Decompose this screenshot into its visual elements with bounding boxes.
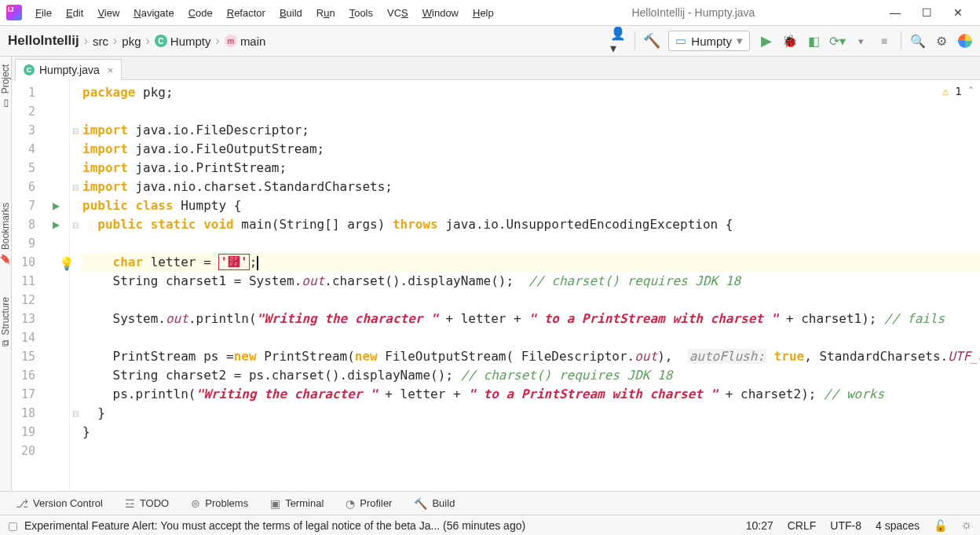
main-menu: File Edit View Navigate Code Refactor Bu…	[30, 5, 499, 21]
inspection-widget[interactable]: ⚠ 1 ˄ ˅	[942, 85, 980, 97]
run-button[interactable]: ▶	[759, 34, 773, 48]
build-tool-button[interactable]: 🔨Build	[414, 497, 455, 510]
prev-highlight-icon[interactable]: ˄	[968, 85, 974, 97]
readonly-icon[interactable]: 🔓	[934, 519, 947, 532]
breadcrumb-class[interactable]: Humpty	[170, 35, 211, 48]
structure-tool-button[interactable]: ⧉Structure	[0, 297, 11, 346]
coverage-button[interactable]: ◧	[806, 34, 821, 48]
caret-position[interactable]: 10:27	[746, 519, 773, 532]
chevron-icon: ›	[216, 34, 220, 48]
attach-button[interactable]: ▾	[854, 34, 868, 48]
jetbrains-toolbox-icon[interactable]	[958, 34, 972, 48]
terminal-tool-button[interactable]: ▣Terminal	[270, 497, 324, 510]
menu-vcs[interactable]: VCS	[382, 5, 414, 21]
run-menu-button[interactable]: ⟳▾	[830, 34, 844, 48]
tab-label: Humpty.java	[39, 64, 100, 76]
divider	[901, 31, 901, 50]
list-icon: ☲	[125, 497, 135, 510]
status-bar: ▢ Experimental Feature Alert: You must a…	[0, 515, 980, 535]
dropdown-icon: ▾	[737, 34, 743, 48]
problems-tool-button[interactable]: ⊜Problems	[191, 497, 248, 510]
class-icon: C	[155, 35, 167, 47]
intention-bulb-icon[interactable]: 💡	[59, 255, 75, 273]
navigation-bar: HelloIntellij › src › pkg › C Humpty › m…	[0, 25, 980, 57]
window-title: HelloIntellij - Humpty.java	[499, 6, 887, 19]
main-area: ▭Project 🔖Bookmarks ⧉Structure C Humpty.…	[0, 57, 980, 491]
project-tool-button[interactable]: ▭Project	[0, 64, 11, 108]
breadcrumb-project[interactable]: HelloIntellij	[8, 33, 79, 49]
close-tab-icon[interactable]: ×	[108, 64, 114, 76]
breadcrumb-src[interactable]: src	[93, 35, 108, 48]
menu-navigate[interactable]: Navigate	[128, 5, 179, 21]
fold-gutter: ⊟⊟⊟⊟	[70, 80, 81, 491]
editor-area: C Humpty.java × ⋮ 1234567891011121314151…	[12, 57, 980, 491]
run-config-name: Humpty	[691, 35, 732, 48]
bookmarks-tool-button[interactable]: 🔖Bookmarks	[0, 203, 11, 266]
bottom-tool-bar: ⎇Version Control ☲TODO ⊜Problems ▣Termin…	[0, 491, 980, 515]
toolbar: 👤▾ 🔨 ▭ Humpty ▾ ▶ 🐞 ◧ ⟳▾ ▾ ■ 🔍 ⚙	[611, 31, 972, 51]
search-button[interactable]: 🔍	[911, 34, 925, 48]
alert-icon: ⊜	[191, 497, 200, 510]
build-button[interactable]: 🔨	[645, 34, 659, 48]
method-icon: m	[225, 35, 237, 47]
divider	[634, 31, 635, 50]
titlebar: File Edit View Navigate Code Refactor Bu…	[0, 0, 980, 25]
tab-menu-icon[interactable]: ⋮	[977, 60, 980, 77]
menu-window[interactable]: Window	[417, 5, 464, 21]
run-config-icon: ▭	[675, 34, 686, 48]
settings-button[interactable]: ⚙	[934, 34, 949, 48]
code-editor[interactable]: 1234567891011121314151617181920 ▶ ▶ ⊟⊟⊟⊟…	[12, 80, 980, 491]
breadcrumb: HelloIntellij › src › pkg › C Humpty › m…	[8, 33, 265, 49]
gauge-icon: ◔	[346, 497, 355, 510]
run-line-icon[interactable]: ▶	[53, 200, 60, 211]
editor-tab[interactable]: C Humpty.java ×	[15, 59, 122, 80]
menu-code[interactable]: Code	[183, 5, 218, 21]
ide-status-icon[interactable]: ⛭	[961, 519, 972, 532]
menu-view[interactable]: View	[92, 5, 125, 21]
close-button[interactable]: ✕	[950, 6, 966, 19]
menu-file[interactable]: File	[30, 5, 57, 21]
run-line-icon[interactable]: ▶	[53, 219, 60, 230]
run-gutter: ▶ ▶	[43, 80, 70, 491]
chevron-icon: ›	[84, 34, 88, 48]
menu-edit[interactable]: Edit	[60, 5, 89, 21]
menu-help[interactable]: Help	[467, 5, 499, 21]
branch-icon: ⎇	[16, 497, 28, 510]
minimize-button[interactable]: —	[887, 6, 903, 19]
terminal-icon: ▣	[270, 497, 280, 510]
status-panel-icon[interactable]: ▢	[8, 519, 18, 532]
file-encoding[interactable]: UTF-8	[830, 519, 861, 532]
indent-setting[interactable]: 4 spaces	[876, 519, 920, 532]
todo-tool-button[interactable]: ☲TODO	[125, 497, 169, 510]
menu-tools[interactable]: Tools	[344, 5, 378, 21]
chevron-icon: ›	[113, 34, 117, 48]
breadcrumb-method[interactable]: main	[240, 35, 266, 48]
line-numbers: 1234567891011121314151617181920	[12, 80, 43, 491]
left-tool-rail: ▭Project 🔖Bookmarks ⧉Structure	[0, 57, 12, 491]
window-controls: — ☐ ✕	[887, 6, 974, 19]
debug-button[interactable]: 🐞	[783, 34, 797, 48]
hammer-icon: 🔨	[414, 497, 427, 510]
maximize-button[interactable]: ☐	[919, 6, 934, 19]
editor-tabs: C Humpty.java × ⋮	[12, 57, 980, 80]
version-control-tool-button[interactable]: ⎇Version Control	[16, 497, 103, 510]
stop-button[interactable]: ■	[877, 34, 891, 48]
line-separator[interactable]: CRLF	[788, 519, 817, 532]
run-config-selector[interactable]: ▭ Humpty ▾	[668, 31, 750, 51]
profiler-tool-button[interactable]: ◔Profiler	[346, 497, 392, 510]
code-content[interactable]: ⚠ 1 ˄ ˅ package pkg; import java.io.File…	[81, 80, 980, 491]
menu-build[interactable]: Build	[274, 5, 308, 21]
status-message[interactable]: Experimental Feature Alert: You must acc…	[24, 519, 525, 532]
warning-count: 1	[955, 85, 961, 97]
app-logo-icon	[6, 5, 22, 20]
menu-run[interactable]: Run	[311, 5, 341, 21]
chevron-icon: ›	[146, 34, 150, 48]
menu-refactor[interactable]: Refactor	[221, 5, 271, 21]
code-with-me-icon[interactable]: 👤▾	[611, 34, 625, 48]
gutter: 1234567891011121314151617181920 ▶ ▶ ⊟⊟⊟⊟	[12, 80, 81, 491]
caret	[257, 256, 258, 270]
warning-icon: ⚠	[942, 85, 949, 97]
breadcrumb-pkg[interactable]: pkg	[122, 35, 141, 48]
class-icon: C	[24, 64, 35, 75]
